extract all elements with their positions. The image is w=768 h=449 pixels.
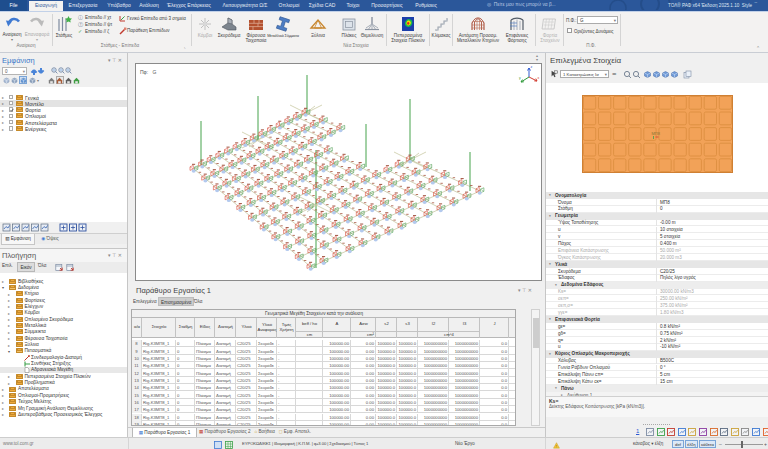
svg-text:!: ! (556, 443, 557, 448)
svg-text:ΜΠ8: ΜΠ8 (652, 131, 661, 136)
